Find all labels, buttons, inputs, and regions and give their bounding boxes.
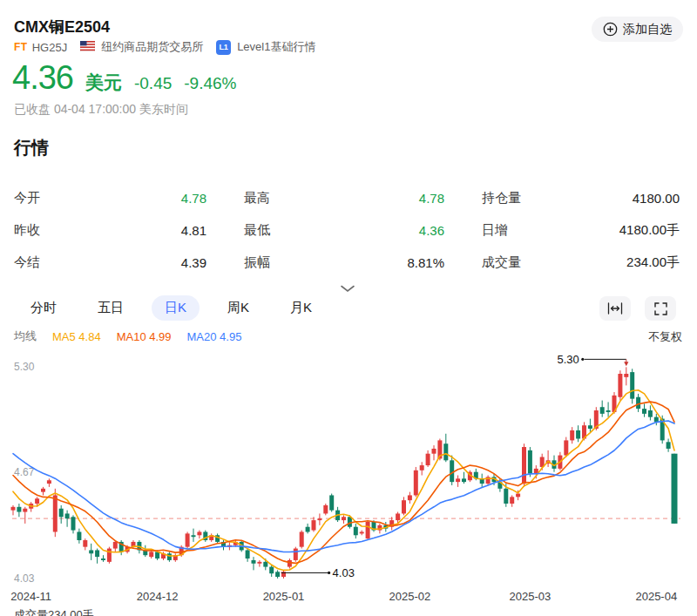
tab-五日[interactable]: 五日 [85,295,137,321]
tab-日K[interactable]: 日K [152,295,200,321]
stat-value: 4.39 [181,255,206,270]
fit-width-icon [607,302,623,315]
ma-prefix-label: 均线 [14,328,37,344]
stat-label: 振幅 [244,254,270,271]
ma-legend-item: MA20 4.95 [187,330,242,343]
x-axis-label: 2024-11 [10,590,51,603]
stat-row: 成交量234.00手 [482,247,680,279]
period-tabs: 分时五日日K周K月K [17,295,325,321]
instrument-badges: FT HG25J 纽约商品期货交易所 L1 Level1基础行情 [14,39,315,55]
quote-block: 4.36 美元 -0.45 -9.46% [12,59,236,97]
last-price: 4.36 [12,59,73,97]
ma-line-MA20 [13,421,674,552]
ma-legend-item: MA5 4.84 [52,330,101,343]
stat-row: 昨收4.81 [14,214,206,247]
candles-layer [11,367,678,579]
stat-row: 日增4180.00手 [482,214,680,247]
ma-line-MA10 [13,402,674,563]
exchange-name: 纽约商品期货交易所 [101,39,203,55]
level1-badge-icon: L1 [216,40,231,55]
stat-label: 最低 [244,222,270,239]
stat-label: 昨收 [14,222,40,239]
stat-label: 今开 [14,190,40,206]
tab-月K[interactable]: 月K [277,295,325,321]
stat-row: 最低4.36 [244,214,444,247]
add-watchlist-button[interactable]: 添加自选 [592,17,683,42]
x-axis-label: 2025-01 [263,590,305,603]
stat-row: 持仓量4180.00 [482,182,680,214]
fit-width-button[interactable] [599,296,631,321]
stat-row: 今结4.39 [14,247,206,279]
ma-legend-item: MA10 4.99 [117,330,172,343]
circle-plus-icon [603,22,618,37]
stat-label: 日增 [482,222,508,239]
low-annotation-label: 4.03 [333,566,355,579]
stat-label: 成交量 [482,254,521,271]
stats-column-2: 最高4.78最低4.36振幅8.81% [244,182,444,279]
currency-label: 美元 [85,71,122,95]
stat-value: 234.00手 [626,254,680,271]
volume-footer-label: 成交量234.00手 [14,607,94,616]
tab-分时[interactable]: 分时 [17,295,70,321]
x-axis-label: 2025-03 [510,590,552,603]
stat-row: 最高4.78 [244,182,444,214]
stat-value: 4.36 [419,223,444,238]
adjust-mode-label[interactable]: 不复权 [648,329,682,345]
stat-label: 今结 [14,254,40,271]
x-axis-label: 2025-02 [389,590,431,603]
fullscreen-button[interactable] [645,296,676,321]
market-status: 已收盘 04-04 17:00:00 美东时间 [14,102,188,118]
level1-label[interactable]: Level1基础行情 [237,39,315,55]
y-axis-label: 5.30 [14,361,35,373]
stat-value: 8.81% [407,255,444,270]
futu-logo: FT [14,41,28,53]
stat-value: 4.78 [419,191,444,206]
collapse-chevron-down-icon[interactable] [340,281,355,296]
symbol-code: HG25J [32,41,67,54]
price-change: -0.45 [134,74,172,93]
stat-label: 最高 [244,190,270,206]
price-change-percent: -9.46% [184,74,236,93]
stats-column-1: 今开4.78昨收4.81今结4.39 [14,182,206,279]
tab-周K[interactable]: 周K [214,295,262,321]
x-axis-label: 2024-12 [137,590,179,603]
stat-row: 今开4.78 [14,182,206,214]
section-title-market: 行情 [14,136,49,159]
y-axis-label: 4.03 [14,572,35,585]
page-title: CMX铜E2504 [14,17,110,37]
ma-legend: 均线 MA5 4.84MA10 4.99MA20 4.95 [14,328,241,344]
high-annotation-label: 5.30 [557,353,579,366]
us-flag-icon [80,41,95,54]
stat-label: 持仓量 [482,190,521,206]
stat-value: 4180.00手 [619,222,680,239]
x-axis-label: 2025-04 [635,590,677,603]
stats-column-3: 持仓量4180.00日增4180.00手成交量234.00手 [482,182,680,279]
stat-value: 4.81 [181,223,206,238]
stat-value: 4180.00 [633,191,680,206]
stat-value: 4.78 [181,191,206,206]
kline-chart[interactable]: 5.304.674.032024-112024-122025-012025-02… [0,349,697,616]
stat-row: 振幅8.81% [244,247,444,279]
fullscreen-icon [654,302,667,315]
